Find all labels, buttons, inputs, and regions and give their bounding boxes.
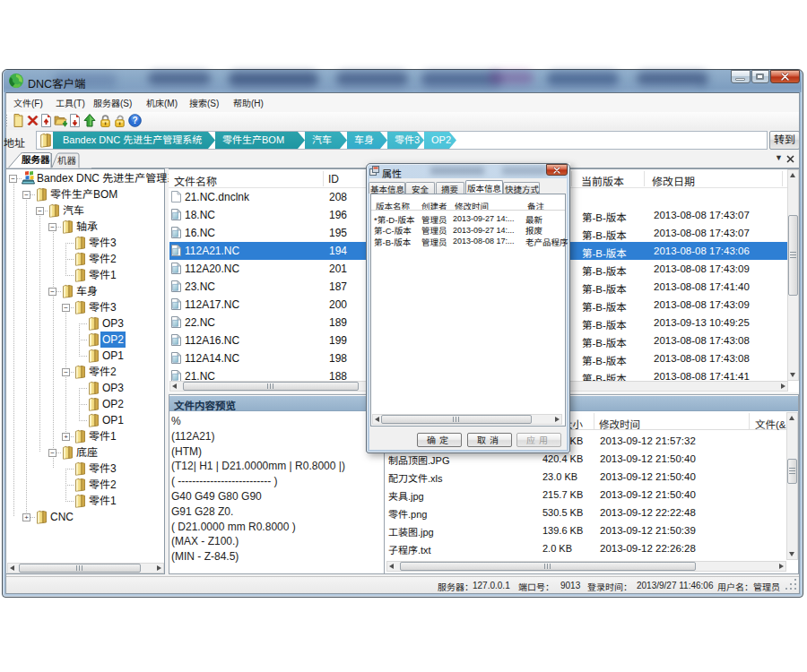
svg-text:?: ?: [132, 116, 137, 125]
